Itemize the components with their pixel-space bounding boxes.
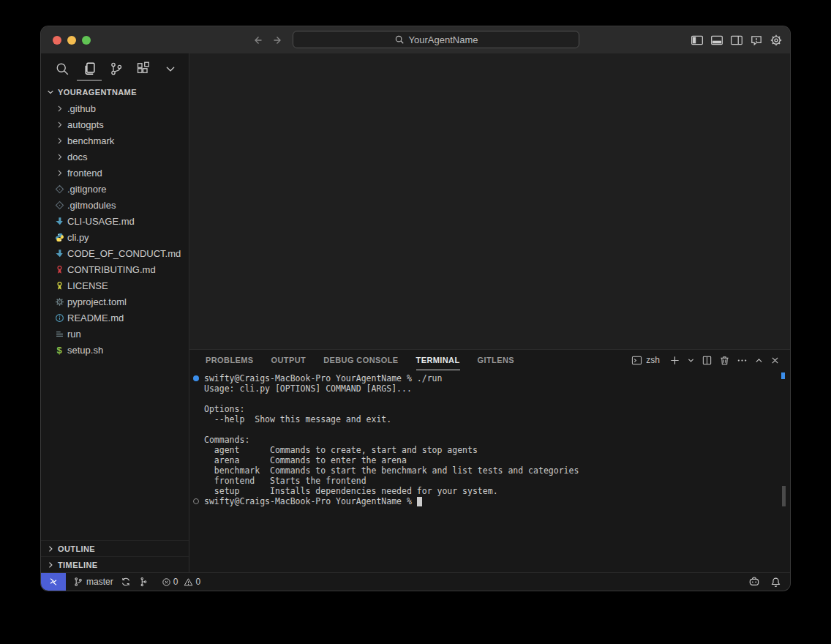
source-control-graph-button[interactable] bbox=[138, 577, 148, 587]
terminal-profile-selector[interactable]: zsh bbox=[631, 355, 660, 366]
tab-terminal[interactable]: TERMINAL bbox=[416, 350, 460, 370]
tab-output[interactable]: OUTPUT bbox=[271, 350, 307, 370]
maximize-panel-chevron-icon[interactable] bbox=[754, 356, 764, 365]
file-label: run bbox=[67, 329, 81, 340]
new-terminal-icon[interactable] bbox=[669, 355, 680, 366]
sidebar-item-pyproject-toml[interactable]: pyproject.toml bbox=[41, 293, 189, 310]
sidebar-item-docs[interactable]: docs bbox=[41, 149, 189, 165]
vscode-window: YourAgentName bbox=[41, 26, 790, 591]
panel-toolbar: zsh bbox=[631, 350, 790, 370]
python-file-icon bbox=[54, 231, 64, 243]
sidebar-item-gitignore[interactable]: .gitignore bbox=[41, 181, 189, 197]
editor-area bbox=[189, 53, 790, 349]
outline-section-header[interactable]: OUTLINE bbox=[41, 540, 189, 556]
sync-changes-button[interactable] bbox=[121, 577, 131, 587]
branch-name: master bbox=[86, 577, 113, 587]
sidebar-item-autogpts[interactable]: autogpts bbox=[41, 116, 189, 132]
sidebar: YOURAGENTNAME .github autogpts benchmark bbox=[41, 53, 189, 572]
more-views-chevron-icon[interactable] bbox=[162, 59, 178, 79]
git-branch-status[interactable]: master bbox=[73, 577, 113, 587]
notifications-bell-icon[interactable] bbox=[770, 577, 781, 588]
explorer-view-icon[interactable] bbox=[81, 59, 97, 79]
source-control-view-icon[interactable] bbox=[108, 59, 124, 79]
sidebar-item-code-of-conduct-md[interactable]: CODE_OF_CONDUCT.md bbox=[41, 245, 189, 261]
close-panel-icon[interactable] bbox=[770, 356, 780, 365]
extensions-view-icon[interactable] bbox=[135, 59, 151, 79]
copilot-icon[interactable] bbox=[748, 576, 760, 588]
ribbon-icon bbox=[54, 263, 64, 275]
navigate-back-icon[interactable] bbox=[252, 34, 263, 46]
panel-header: PROBLEMS OUTPUT DEBUG CONSOLE TERMINAL G… bbox=[189, 350, 790, 370]
terminal-line: Options: bbox=[204, 404, 244, 414]
remote-indicator[interactable] bbox=[41, 573, 66, 591]
shell-label: zsh bbox=[646, 355, 660, 365]
terminal-box-icon bbox=[631, 355, 642, 366]
error-icon bbox=[162, 577, 171, 587]
git-file-icon bbox=[54, 199, 64, 211]
overview-ruler-decoration bbox=[781, 372, 785, 379]
chevron-right-icon bbox=[54, 119, 64, 130]
chevron-right-icon bbox=[46, 544, 55, 553]
chevron-down-icon bbox=[46, 88, 55, 97]
terminal-line: arena Commands to enter the arena bbox=[204, 455, 407, 465]
sidebar-item-github[interactable]: .github bbox=[41, 100, 189, 116]
search-icon bbox=[394, 34, 405, 45]
toggle-panel-icon[interactable] bbox=[710, 34, 723, 47]
timeline-section-header[interactable]: TIMELINE bbox=[41, 556, 189, 572]
sidebar-item-cli-py[interactable]: cli.py bbox=[41, 229, 189, 245]
terminal-line: benchmark Commands to start the benchmar… bbox=[204, 465, 579, 476]
feedback-icon[interactable] bbox=[750, 34, 763, 47]
sidebar-item-gitmodules[interactable]: .gitmodules bbox=[41, 197, 189, 213]
file-label: setup.sh bbox=[67, 345, 103, 356]
terminal-cursor bbox=[417, 497, 422, 506]
folder-label: .github bbox=[67, 103, 96, 114]
sidebar-item-benchmark[interactable]: benchmark bbox=[41, 132, 189, 149]
command-center-search[interactable]: YourAgentName bbox=[293, 31, 579, 48]
file-label: .gitmodules bbox=[67, 200, 116, 211]
sidebar-item-cli-usage-md[interactable]: CLI-USAGE.md bbox=[41, 213, 189, 229]
terminal-dropdown-chevron-icon[interactable] bbox=[687, 356, 695, 364]
title-bar: YourAgentName bbox=[41, 26, 790, 53]
tab-debug-console[interactable]: DEBUG CONSOLE bbox=[323, 350, 398, 370]
sidebar-item-license[interactable]: LICENSE bbox=[41, 277, 189, 293]
file-label: README.md bbox=[67, 312, 124, 323]
file-tree: .github autogpts benchmark docs bbox=[41, 100, 189, 358]
gear-file-icon bbox=[54, 296, 64, 307]
info-file-icon bbox=[54, 312, 64, 323]
command-center-label: YourAgentName bbox=[409, 34, 478, 45]
split-terminal-icon[interactable] bbox=[702, 355, 712, 366]
toggle-primary-sidebar-icon[interactable] bbox=[691, 34, 704, 47]
bottom-panel: PROBLEMS OUTPUT DEBUG CONSOLE TERMINAL G… bbox=[189, 349, 790, 572]
warning-icon bbox=[184, 577, 193, 587]
explorer-section-header[interactable]: YOURAGENTNAME bbox=[41, 84, 189, 100]
sidebar-item-setup-sh[interactable]: $ setup.sh bbox=[41, 342, 189, 358]
toggle-secondary-sidebar-icon[interactable] bbox=[730, 34, 743, 47]
sidebar-item-readme-md[interactable]: README.md bbox=[41, 310, 189, 326]
terminal-line: Commands: bbox=[204, 435, 249, 445]
sidebar-item-frontend[interactable]: frontend bbox=[41, 165, 189, 181]
git-file-icon bbox=[54, 183, 64, 195]
panel-more-actions-icon[interactable] bbox=[737, 355, 748, 366]
chevron-right-icon bbox=[54, 167, 64, 179]
tab-gitlens[interactable]: GITLENS bbox=[478, 350, 514, 370]
close-window-button[interactable] bbox=[53, 36, 61, 45]
tab-problems[interactable]: PROBLEMS bbox=[206, 350, 254, 370]
command-decoration-icon[interactable] bbox=[193, 375, 199, 381]
minimize-window-button[interactable] bbox=[67, 36, 76, 45]
navigate-forward-icon[interactable] bbox=[272, 34, 284, 46]
sidebar-item-run[interactable]: run bbox=[41, 326, 189, 342]
command-decoration-icon[interactable] bbox=[193, 498, 199, 504]
zoom-window-button[interactable] bbox=[82, 36, 91, 45]
status-bar: master 0 0 bbox=[41, 572, 790, 591]
sidebar-item-contributing-md[interactable]: CONTRIBUTING.md bbox=[41, 261, 189, 277]
search-view-icon[interactable] bbox=[54, 59, 70, 79]
chevron-right-icon bbox=[54, 151, 64, 162]
file-label: LICENSE bbox=[67, 280, 108, 291]
problems-status[interactable]: 0 0 bbox=[162, 577, 200, 587]
terminal-scrollbar[interactable] bbox=[782, 486, 786, 506]
markdown-file-icon bbox=[54, 215, 64, 227]
list-lines-icon bbox=[54, 328, 64, 340]
kill-terminal-trash-icon[interactable] bbox=[719, 355, 730, 366]
settings-gear-icon[interactable] bbox=[770, 34, 783, 47]
file-label: CODE_OF_CONDUCT.md bbox=[67, 248, 181, 259]
